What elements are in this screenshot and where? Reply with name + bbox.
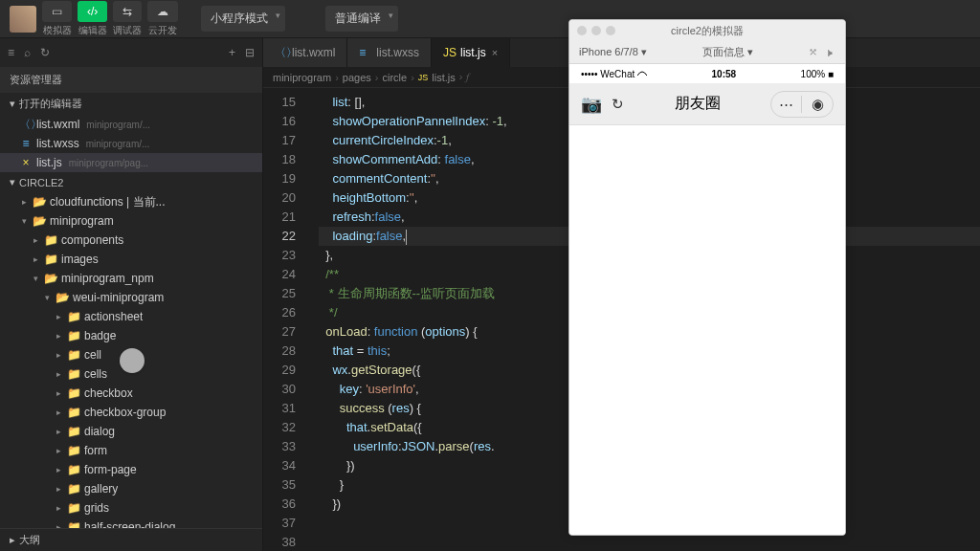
fldc-icon: 📁 [44,233,57,247]
file-icon: JS [443,46,455,59]
cursor-ghost [120,348,145,373]
simulator-title: circle2的模拟器 [671,24,744,38]
refresh-icon[interactable]: ↻ [40,46,50,59]
tree-item[interactable]: ▸📁half-screen-dialog [0,518,262,528]
outline-section[interactable]: ▸大纲 [0,528,262,551]
mode-select[interactable]: 小程序模式 [201,6,285,32]
file-icon: ≡ [359,46,370,59]
simulator-titlebar[interactable]: circle2的模拟器 [569,20,845,41]
editor-label: 编辑器 [78,24,107,37]
sidebar: ≡ ⌕ ↻ + ⊟ 资源管理器 ▾打开的编辑器 〈〉list.wxmlminip… [0,38,263,551]
simulator-toggle[interactable]: ▭ [42,1,72,22]
max-dot[interactable] [606,26,615,35]
tree-item[interactable]: ▸📁badge [0,326,262,345]
debugger-toggle[interactable]: ⇆ [113,1,142,22]
tree-item[interactable]: ▸📁form-page [0,460,262,479]
fldc-icon: 📁 [67,386,80,400]
editor-tab[interactable]: 〈〉list.wxml [263,38,347,67]
project-section[interactable]: ▾CIRCLE2 [0,172,262,192]
open-editors-section[interactable]: ▾打开的编辑器 [0,93,262,115]
tree-item[interactable]: ▾📂weui-miniprogram [0,288,262,307]
fldc-icon: 📁 [67,463,80,476]
clock: 10:58 [647,69,801,79]
mute-icon[interactable]: 🕨 [825,47,835,58]
cloud-label: 云开发 [148,24,177,37]
fldc-icon: 📁 [67,406,80,419]
cloud-toggle[interactable]: ☁ [147,1,178,22]
pin-icon[interactable]: ⤱ [809,46,817,58]
compile-select[interactable]: 普通编译 [325,6,398,32]
battery: 100% ■ [801,69,834,79]
capsule[interactable]: ⋯◉ [770,91,834,118]
tree-item[interactable]: ▸📁grids [0,498,262,518]
tree-item[interactable]: ▸📁dialog [0,422,262,441]
breadcrumb-item[interactable]: circle [382,72,407,83]
editor-toggle[interactable]: ‹/› [78,1,107,22]
page-info[interactable]: 页面信息 ▾ [647,45,809,59]
menu-icon[interactable]: ≡ [8,46,14,59]
breadcrumb-item[interactable]: list.js [432,72,455,83]
open-file-item[interactable]: 〈〉list.wxmlminiprogram/... [0,115,262,134]
file-icon: ≡ [19,137,33,150]
tree-item[interactable]: ▸📁checkbox [0,384,262,403]
tree-item[interactable]: ▸📁form [0,441,262,460]
tree-item[interactable]: ▾📂miniprogram_npm [0,269,262,288]
fldc-icon: 📁 [67,425,80,438]
line-gutter: 1516171819202122232425262728293031323334… [263,88,309,551]
fld-icon: 📂 [44,272,57,285]
fldc-icon: 📁 [67,348,80,362]
close-dot[interactable] [577,26,587,35]
phone-status-bar: ••••• WeChat 10:58 100% ■ [569,64,845,83]
capsule-menu-icon[interactable]: ⋯ [771,96,802,113]
min-dot[interactable] [591,26,601,35]
fldc-icon: 📁 [67,367,80,381]
breadcrumb-item[interactable]: pages [343,72,371,83]
tree-item[interactable]: ▾📂miniprogram [0,211,262,231]
fldc-icon: 📁 [67,501,80,515]
tree-item[interactable]: ▸📂cloudfunctions | 当前... [0,192,262,211]
file-icon: 〈〉 [275,45,286,61]
fld-icon: 📂 [33,195,46,209]
tree-item[interactable]: ▸📁images [0,250,262,269]
capsule-close-icon[interactable]: ◉ [802,96,833,113]
camera-icon[interactable]: 📷 [581,94,602,115]
editor-tab[interactable]: ≡list.wxss [347,38,432,67]
fld-icon: 📂 [33,214,46,228]
fldc-icon: 📁 [67,310,80,323]
collapse-icon[interactable]: ⊟ [245,46,255,59]
open-file-item[interactable]: ×list.jsminiprogram/pag... [0,153,262,172]
fldc-icon: 📁 [67,329,80,342]
search-icon[interactable]: ⌕ [24,46,31,59]
phone-body[interactable] [569,125,845,535]
open-file-item[interactable]: ≡list.wxssminiprogram/... [0,134,262,153]
nav-title: 朋友圈 [624,94,770,114]
simulator-label: 模拟器 [43,24,72,37]
avatar[interactable] [10,6,36,33]
file-icon: 〈〉 [19,117,33,133]
file-icon: × [19,156,33,169]
tree-item[interactable]: ▸📁checkbox-group [0,403,262,422]
fldc-icon: 📁 [67,482,80,496]
fldc-icon: 📁 [44,253,57,266]
close-icon[interactable]: × [492,47,498,58]
editor-tab[interactable]: JSlist.js× [432,38,510,67]
phone-nav-bar: 📷 ↻ 朋友圈 ⋯◉ [569,83,845,125]
fld-icon: 📂 [56,291,69,304]
fldc-icon: 📁 [67,520,80,528]
new-file-icon[interactable]: + [229,46,235,59]
tree-item[interactable]: ▸📁components [0,231,262,250]
explorer-header: 资源管理器 [0,67,262,93]
breadcrumb-item[interactable]: miniprogram [273,72,331,83]
tree-item[interactable]: ▸📁actionsheet [0,307,262,326]
device-select[interactable]: iPhone 6/7/8 ▾ [579,46,647,58]
sidebar-toolbar: ≡ ⌕ ↻ + ⊟ [0,38,262,67]
reload-icon[interactable]: ↻ [612,96,624,113]
carrier: ••••• WeChat [581,69,647,79]
tree-item[interactable]: ▸📁gallery [0,479,262,498]
fldc-icon: 📁 [67,444,80,457]
simulator-window: circle2的模拟器 iPhone 6/7/8 ▾ 页面信息 ▾ ⤱ 🕨 ••… [568,19,846,536]
debugger-label: 调试器 [113,24,142,37]
simulator-info: iPhone 6/7/8 ▾ 页面信息 ▾ ⤱ 🕨 [569,41,845,64]
